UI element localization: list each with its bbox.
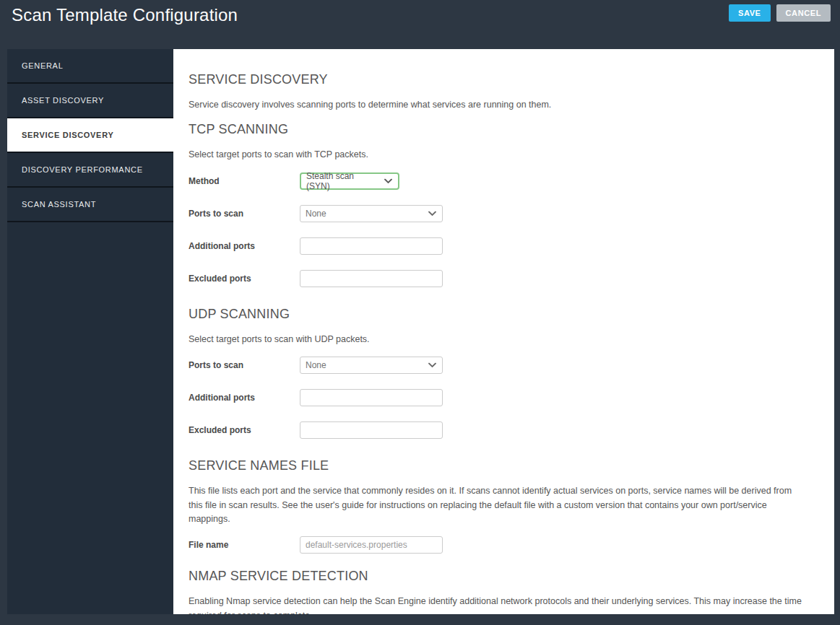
sidebar-item-service-discovery[interactable]: SERVICE DISCOVERY (7, 118, 173, 153)
file-name-row: File name (189, 536, 802, 554)
udp-additional-ports-input[interactable] (300, 389, 443, 406)
udp-scanning-description: Select target ports to scan with UDP pac… (189, 333, 802, 346)
tcp-method-label: Method (189, 176, 300, 186)
udp-ports-select[interactable]: None (300, 357, 443, 374)
chevron-down-icon (428, 363, 436, 368)
tcp-method-select[interactable]: Stealth scan (SYN) (300, 172, 399, 190)
file-name-input[interactable] (300, 536, 443, 554)
chevron-down-icon (384, 178, 392, 183)
udp-additional-ports-row: Additional ports (189, 389, 802, 406)
udp-ports-selected-value: None (306, 360, 326, 370)
tcp-excluded-ports-label: Excluded ports (189, 274, 300, 284)
tcp-ports-select[interactable]: None (300, 205, 443, 222)
sidebar-item-discovery-performance[interactable]: DISCOVERY PERFORMANCE (7, 153, 173, 188)
save-button[interactable]: SAVE (729, 4, 771, 22)
tcp-ports-selected-value: None (306, 209, 326, 219)
nmap-service-detection-heading: NMAP SERVICE DETECTION (189, 569, 802, 584)
content-panel: SERVICE DISCOVERY Service discovery invo… (173, 49, 834, 614)
udp-excluded-ports-row: Excluded ports (189, 421, 802, 439)
file-name-label: File name (189, 540, 300, 550)
service-discovery-description: Service discovery involves scanning port… (189, 98, 802, 112)
tcp-scanning-description: Select target ports to scan with TCP pac… (189, 148, 802, 162)
tcp-ports-row: Ports to scan None (189, 205, 802, 222)
sidebar-item-general[interactable]: GENERAL (7, 49, 173, 84)
tcp-additional-ports-label: Additional ports (189, 241, 300, 251)
nmap-service-detection-description: Enabling Nmap service detection can help… (189, 595, 802, 614)
sidebar: GENERAL ASSET DISCOVERY SERVICE DISCOVER… (7, 49, 173, 614)
tcp-scanning-heading: TCP SCANNING (189, 122, 802, 137)
udp-excluded-ports-input[interactable] (300, 421, 443, 439)
sidebar-item-asset-discovery[interactable]: ASSET DISCOVERY (7, 84, 173, 118)
tcp-additional-ports-input[interactable] (300, 237, 443, 255)
udp-ports-label: Ports to scan (189, 360, 300, 370)
udp-ports-row: Ports to scan None (189, 357, 802, 374)
tcp-excluded-ports-row: Excluded ports (189, 270, 802, 287)
cancel-button[interactable]: CANCEL (776, 4, 831, 22)
udp-scanning-heading: UDP SCANNING (189, 307, 802, 322)
header-buttons: SAVE CANCEL (729, 4, 831, 22)
chevron-down-icon (428, 211, 436, 216)
tcp-ports-label: Ports to scan (189, 209, 300, 219)
tcp-additional-ports-row: Additional ports (189, 237, 802, 255)
service-names-file-description: This file lists each port and the servic… (189, 484, 802, 526)
tcp-method-selected-value: Stealth scan (SYN) (306, 171, 379, 191)
service-discovery-heading: SERVICE DISCOVERY (189, 72, 802, 87)
tcp-excluded-ports-input[interactable] (300, 270, 443, 287)
service-names-file-heading: SERVICE NAMES FILE (189, 458, 802, 473)
page-title: Scan Template Configuration (12, 5, 238, 25)
tcp-method-row: Method Stealth scan (SYN) (189, 172, 802, 190)
udp-excluded-ports-label: Excluded ports (189, 425, 300, 435)
udp-additional-ports-label: Additional ports (189, 393, 300, 403)
app-header: Scan Template Configuration SAVE CANCEL (0, 0, 840, 49)
sidebar-item-scan-assistant[interactable]: SCAN ASSISTANT (7, 188, 173, 222)
